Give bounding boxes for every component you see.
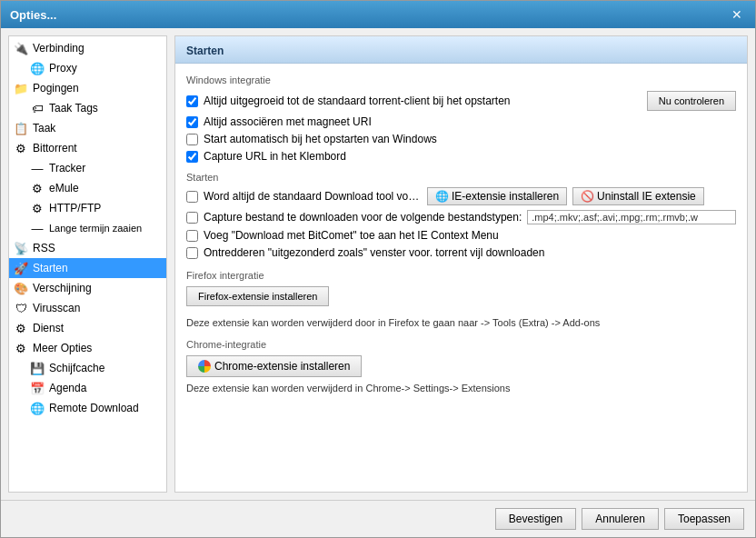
sidebar-item-agenda[interactable]: 📅 Agenda xyxy=(9,378,166,398)
tracker-icon: — xyxy=(29,160,45,176)
tag-icon: 🏷 xyxy=(29,100,45,116)
check1-row: Altijd uitgegroeid tot de standaard torr… xyxy=(186,91,736,111)
lange-termijn-icon: — xyxy=(29,220,45,236)
connection-icon: 🔌 xyxy=(13,40,29,56)
sidebar-label-rss: RSS xyxy=(33,242,55,254)
sidebar-label-emule: eMule xyxy=(49,182,79,194)
chrome-install-button[interactable]: Chrome-extensie installeren xyxy=(186,355,362,377)
chrome-section: Chrome-integratie Chrome-extensie instal… xyxy=(186,339,736,394)
rss-icon: 📡 xyxy=(13,240,29,256)
sidebar-label-starten: Starten xyxy=(33,262,68,274)
sidebar-label-taak-tags: Taak Tags xyxy=(49,102,98,115)
starten-icon: 🚀 xyxy=(13,260,29,276)
check8-label: Ontredderen "uitgezonderd zoals" venster… xyxy=(204,246,544,259)
sidebar-label-verschijning: Verschijning xyxy=(33,282,92,294)
sidebar-item-bittorrent[interactable]: ⚙ Bittorrent xyxy=(9,138,166,158)
verschijning-icon: 🎨 xyxy=(13,280,29,296)
sidebar-item-taak-tags[interactable]: 🏷 Taak Tags xyxy=(9,98,166,118)
firefox-info: Deze extensie kan worden verwijderd door… xyxy=(186,317,736,328)
sidebar-label-verbinding: Verbinding xyxy=(33,42,85,55)
bevestigen-button[interactable]: Bevestigen xyxy=(495,508,576,530)
http-icon: ⚙ xyxy=(29,200,45,216)
ie-uninstall-button[interactable]: 🚫 Uninstall IE extensie xyxy=(572,187,704,205)
titlebar: Opties... ✕ xyxy=(1,1,755,28)
sidebar-item-meer-opties[interactable]: ⚙ Meer Opties xyxy=(9,338,166,358)
annuleren-button[interactable]: Annuleren xyxy=(582,508,659,530)
starten-section-label: Starten xyxy=(186,172,736,183)
check5-checkbox[interactable] xyxy=(186,191,198,203)
remote-download-icon: 🌐 xyxy=(29,400,45,416)
firefox-section-label: Firefox intergratie xyxy=(186,270,736,281)
sidebar-item-lange-termijn[interactable]: — Lange termijn zaaien xyxy=(9,218,166,238)
sidebar-label-lange-termijn: Lange termijn zaaien xyxy=(49,223,142,234)
check6-row: Capture bestand te downloaden voor de vo… xyxy=(186,210,736,224)
check2-label: Altijd associëren met magneet URI xyxy=(204,115,372,128)
firefox-section: Firefox intergratie Firefox-extensie ins… xyxy=(186,270,736,328)
check4-row: Capture URL in het Klembord xyxy=(186,150,736,163)
sidebar-item-http-ftp[interactable]: ⚙ HTTP/FTP xyxy=(9,198,166,218)
sidebar-item-emule[interactable]: ⚙ eMule xyxy=(9,178,166,198)
extensions-field: .mp4;.mkv;.asf;.avi;.mpg;.rm;.rmvb;.w xyxy=(527,210,736,224)
sidebar-item-taak[interactable]: 📋 Taak xyxy=(9,118,166,138)
check3-checkbox[interactable] xyxy=(186,134,198,145)
sidebar-label-agenda: Agenda xyxy=(49,382,86,394)
windows-integration-label: Windows integratie xyxy=(186,75,736,85)
check8-checkbox[interactable] xyxy=(186,247,198,259)
check3-row: Start automatisch bij het opstarten van … xyxy=(186,133,736,145)
emule-icon: ⚙ xyxy=(29,180,45,196)
check6-checkbox[interactable] xyxy=(186,212,198,224)
main-content: 🔌 Verbinding 🌐 Proxy 📁 Pogingen 🏷 Taak T… xyxy=(1,28,755,500)
sidebar-item-proxy[interactable]: 🌐 Proxy xyxy=(9,58,166,78)
check7-checkbox[interactable] xyxy=(186,230,198,242)
proxy-icon: 🌐 xyxy=(29,60,45,76)
footer: Bevestigen Annuleren Toepassen xyxy=(1,500,755,537)
check2-checkbox[interactable] xyxy=(186,116,198,128)
sidebar-label-meer-opties: Meer Opties xyxy=(33,342,92,354)
meer-opties-icon: ⚙ xyxy=(13,340,29,356)
sidebar-item-starten[interactable]: 🚀 Starten xyxy=(9,258,166,278)
sidebar-item-remote-download[interactable]: 🌐 Remote Download xyxy=(9,398,166,418)
sidebar-item-rss[interactable]: 📡 RSS xyxy=(9,238,166,258)
check5-row: Word altijd de standaard Download tool v… xyxy=(186,187,736,205)
chrome-info: Deze extensie kan worden verwijderd in C… xyxy=(186,383,736,394)
sidebar-item-dienst[interactable]: ⚙ Dienst xyxy=(9,318,166,338)
firefox-install-button[interactable]: Firefox-extensie installeren xyxy=(186,286,329,306)
sidebar-item-pogingen[interactable]: 📁 Pogingen xyxy=(9,78,166,98)
sidebar-item-tracker[interactable]: — Tracker xyxy=(9,158,166,178)
check7-label: Voeg "Download met BitComet" toe aan het… xyxy=(204,229,499,242)
sidebar: 🔌 Verbinding 🌐 Proxy 📁 Pogingen 🏷 Taak T… xyxy=(8,35,167,493)
right-panel: Starten Windows integratie Altijd uitgeg… xyxy=(174,35,748,493)
sidebar-label-bittorrent: Bittorrent xyxy=(33,142,77,154)
ie-install-button[interactable]: 🌐 IE-extensie installeren xyxy=(427,187,567,205)
toepassen-button[interactable]: Toepassen xyxy=(664,508,744,530)
sidebar-item-virusscan[interactable]: 🛡 Virusscan xyxy=(9,298,166,318)
sidebar-label-virusscan: Virusscan xyxy=(33,302,80,314)
check4-checkbox[interactable] xyxy=(186,151,198,163)
sidebar-label-dienst: Dienst xyxy=(33,322,64,334)
sidebar-item-verschijning[interactable]: 🎨 Verschijning xyxy=(9,278,166,298)
nu-controleren-button[interactable]: Nu controleren xyxy=(647,91,736,111)
sidebar-item-schijfcache[interactable]: 💾 Schijfcache xyxy=(9,358,166,378)
check3-label: Start automatisch bij het opstarten van … xyxy=(204,133,437,145)
chrome-section-label: Chrome-integratie xyxy=(186,339,736,350)
panel-header: Starten xyxy=(175,36,747,64)
check1-label: Altijd uitgegroeid tot de standaard torr… xyxy=(204,95,511,107)
ie-icon: 🌐 xyxy=(435,190,449,203)
dienst-icon: ⚙ xyxy=(13,320,29,336)
bittorrent-icon: ⚙ xyxy=(13,140,29,156)
close-button[interactable]: ✕ xyxy=(728,7,746,22)
panel-body: Windows integratie Altijd uitgegroeid to… xyxy=(175,64,747,492)
sidebar-label-schijfcache: Schijfcache xyxy=(49,362,104,374)
schijfcache-icon: 💾 xyxy=(29,360,45,376)
check8-row: Ontredderen "uitgezonderd zoals" venster… xyxy=(186,246,736,259)
check1-checkbox[interactable] xyxy=(186,95,198,107)
ie-uninstall-icon: 🚫 xyxy=(581,190,594,203)
dialog-title: Opties... xyxy=(10,8,56,22)
task-icon: 📋 xyxy=(13,120,29,136)
check6-label: Capture bestand te downloaden voor de vo… xyxy=(204,211,522,224)
sidebar-item-verbinding[interactable]: 🔌 Verbinding xyxy=(9,38,166,58)
check4-label: Capture URL in het Klembord xyxy=(204,150,346,163)
check2-row: Altijd associëren met magneet URI xyxy=(186,115,736,128)
virusscan-icon: 🛡 xyxy=(13,300,29,316)
chrome-icon xyxy=(198,360,211,373)
